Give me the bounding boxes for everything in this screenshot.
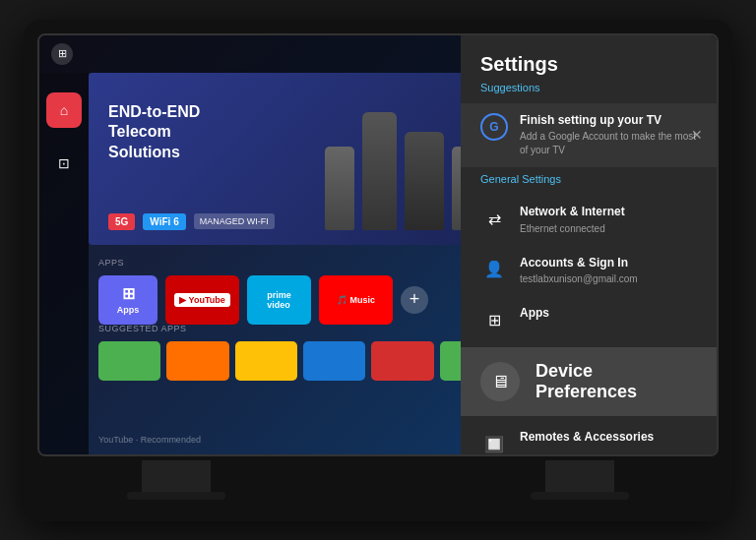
apps-text: Apps [520,306,697,322]
banner: END-to-END Telecom Solutions 5G WiFi 6 M… [89,73,512,245]
suggestion-subtitle: Add a Google Account to make the most of… [520,130,697,157]
apps-title: Apps [520,306,697,322]
accounts-title: Accounts & Sign In [520,256,697,271]
suggested-tile-2[interactable] [166,341,228,381]
remotes-title: Remotes & Accessories [520,430,697,446]
account-icon: 👤 [480,256,508,283]
tv-outer: ⊞ 🎤 ⬛ ⌂ ⊡ END-to-END Telecom Solutions [24,20,732,521]
add-app-button[interactable]: + [401,286,428,314]
suggestion-title: Finish setting up your TV [520,113,697,129]
general-settings-label: General Settings [461,173,717,185]
suggested-tile-3[interactable] [235,341,297,381]
badge-managed: MANAGED WI-FI [194,213,275,229]
bottom-label: YouTube · Recommended [98,435,201,445]
suggested-section: Suggested Apps [89,316,512,389]
badge-wifi: WiFi 6 [143,213,185,230]
network-subtitle: Ethernet connected [520,222,697,236]
monitor-icon: 🖥 [480,362,520,401]
suggestion-text: Finish setting up your TV Add a Google A… [520,113,697,158]
settings-panel: Settings Suggestions G Finish setting up… [461,35,717,454]
settings-remotes-item[interactable]: 🔲 Remotes & Accessories [461,420,717,453]
stand-leg-left [142,460,211,500]
tv-screen: ⊞ 🎤 ⬛ ⌂ ⊡ END-to-END Telecom Solutions [37,33,719,456]
settings-network-item[interactable]: ⇄ Network & Internet Ethernet connected [461,195,717,246]
suggested-tile-1[interactable] [98,341,160,381]
apps-section-label: APPS [98,258,502,268]
network-text: Network & Internet Ethernet connected [520,205,697,236]
settings-apps-item[interactable]: ⊞ Apps [461,296,717,343]
network-title: Network & Internet [520,205,697,220]
device-short [325,147,354,230]
banner-text: END-to-END Telecom Solutions [108,102,200,163]
device-medium [405,132,444,230]
remote-icon: 🔲 [480,430,508,453]
suggested-tile-5[interactable] [371,341,433,381]
tv-home-icon: ⊞ [51,43,73,65]
device-preferences-item[interactable]: 🖥 Device Preferences [461,347,717,416]
suggestion-close-button[interactable]: ✕ [691,127,703,143]
accounts-subtitle: testlabxunison@gmail.com [520,272,697,286]
banner-badges: 5G WiFi 6 MANAGED WI-FI [108,213,275,230]
badge-5g: 5G [108,213,135,230]
suggested-label: Suggested Apps [98,324,502,333]
settings-suggestion-item[interactable]: G Finish setting up your TV Add a Google… [461,103,717,168]
suggested-row [98,341,502,381]
apps-grid-icon: ⊞ [480,306,508,333]
device-tall [362,112,397,230]
banner-line2: Telecom [108,123,171,140]
sidebar: ⌂ ⊡ [39,73,89,454]
stand-leg-right [545,460,614,500]
suggested-tile-4[interactable] [303,341,365,381]
tv-stand [24,460,732,500]
sidebar-home-icon[interactable]: ⌂ [46,92,82,128]
banner-line1: END-to-END [108,103,200,120]
banner-line3: Solutions [108,144,180,160]
remotes-text: Remotes & Accessories [520,430,697,446]
settings-title: Settings [461,53,717,76]
settings-accounts-item[interactable]: 👤 Accounts & Sign In testlabxunison@gmai… [461,246,717,297]
google-icon: G [480,113,508,141]
network-icon: ⇄ [480,205,508,232]
sidebar-second-icon[interactable]: ⊡ [46,146,82,181]
device-preferences-title: Device Preferences [536,361,697,402]
accounts-text: Accounts & Sign In testlabxunison@gmail.… [520,256,697,287]
suggestions-label: Suggestions [461,82,717,93]
